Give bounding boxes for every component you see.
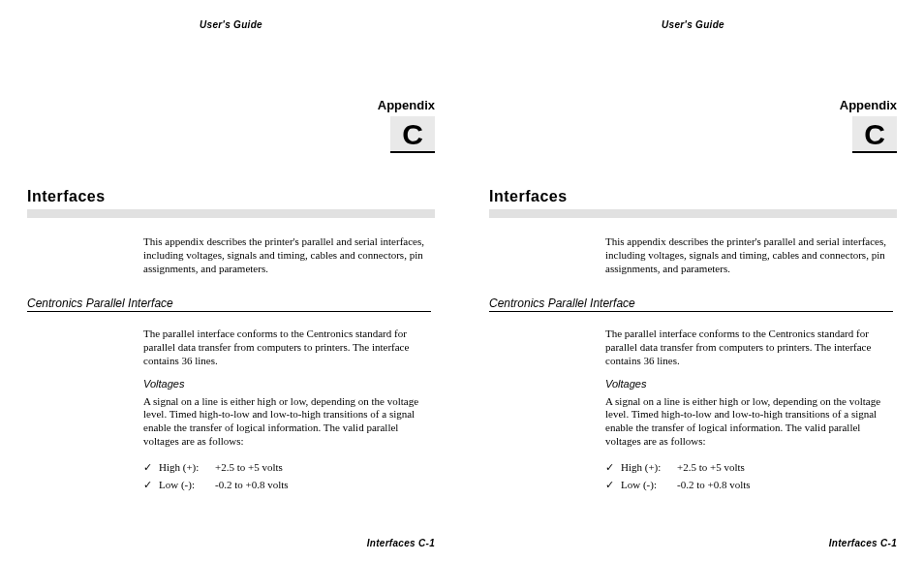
page-spread: User's Guide Appendix C Interfaces This … [0, 0, 924, 562]
checkmark-icon: ✓ [605, 476, 621, 494]
voltage-value: -0.2 to +0.8 volts [677, 476, 893, 494]
sub-heading: Centronics Parallel Interface [489, 297, 893, 312]
page-footer: Interfaces C-1 [367, 538, 435, 548]
page-right: User's Guide Appendix C Interfaces This … [462, 0, 924, 562]
sub-heading: Centronics Parallel Interface [27, 297, 431, 312]
voltage-label: High (+): [159, 458, 215, 477]
appendix-label: Appendix [27, 98, 435, 112]
voltage-list: ✓ High (+): +2.5 to +5 volts ✓ Low (-): … [143, 458, 431, 494]
list-item: ✓ Low (-): -0.2 to +0.8 volts [605, 476, 893, 494]
list-item: ✓ Low (-): -0.2 to +0.8 volts [143, 476, 431, 494]
list-item: ✓ High (+): +2.5 to +5 volts [605, 458, 893, 477]
list-item: ✓ High (+): +2.5 to +5 volts [143, 458, 431, 477]
voltage-value: -0.2 to +0.8 volts [215, 476, 431, 494]
voltages-text: A signal on a line is either high or low… [143, 395, 431, 449]
intro-paragraph: This appendix describes the printer's pa… [143, 235, 431, 275]
voltage-label: High (+): [621, 458, 677, 477]
section-rule [489, 209, 897, 218]
checkmark-icon: ✓ [143, 476, 159, 494]
voltage-label: Low (-): [621, 476, 677, 494]
voltages-heading: Voltages [605, 378, 893, 390]
running-header: User's Guide [27, 19, 435, 30]
voltage-label: Low (-): [159, 476, 215, 494]
voltage-list: ✓ High (+): +2.5 to +5 volts ✓ Low (-): … [605, 458, 893, 494]
voltages-heading: Voltages [143, 378, 431, 390]
appendix-block: Appendix C [489, 98, 897, 153]
page-footer: Interfaces C-1 [829, 538, 897, 548]
running-header: User's Guide [489, 19, 897, 30]
checkmark-icon: ✓ [143, 458, 159, 477]
appendix-label: Appendix [489, 98, 897, 112]
body-block: The parallel interface conforms to the C… [605, 328, 893, 494]
voltages-text: A signal on a line is either high or low… [605, 395, 893, 449]
section-title: Interfaces [27, 188, 435, 205]
parallel-intro: The parallel interface conforms to the C… [605, 328, 893, 367]
checkmark-icon: ✓ [605, 458, 621, 477]
appendix-block: Appendix C [27, 98, 435, 153]
parallel-intro: The parallel interface conforms to the C… [143, 328, 431, 367]
section-title: Interfaces [489, 188, 897, 205]
body-block: The parallel interface conforms to the C… [143, 328, 431, 494]
voltage-value: +2.5 to +5 volts [677, 458, 893, 477]
section-rule [27, 209, 435, 218]
voltage-value: +2.5 to +5 volts [215, 458, 431, 477]
page-left: User's Guide Appendix C Interfaces This … [0, 0, 462, 562]
appendix-letter-box: C [852, 116, 897, 153]
appendix-letter-box: C [390, 116, 435, 153]
intro-paragraph: This appendix describes the printer's pa… [605, 235, 893, 275]
